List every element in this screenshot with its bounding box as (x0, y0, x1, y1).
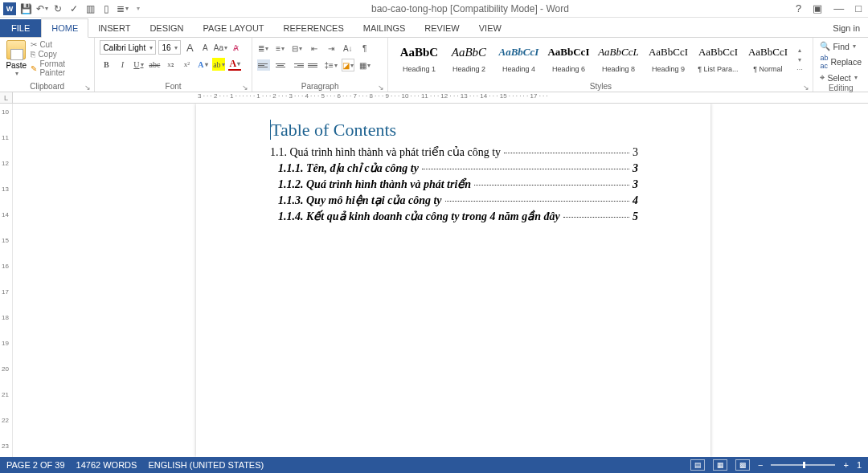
ruler-corner[interactable]: L (0, 92, 13, 103)
align-right-button[interactable] (291, 59, 304, 71)
font-launcher-icon[interactable]: ↘ (242, 84, 248, 92)
font-name-selector[interactable]: Calibri Light▾ (100, 40, 156, 55)
align-center-button[interactable] (274, 59, 287, 71)
select-button[interactable]: ⌖Select▾ (818, 71, 863, 84)
tab-page-layout[interactable]: PAGE LAYOUT (194, 19, 274, 37)
increase-indent-button[interactable]: ⇥ (325, 42, 338, 55)
style-heading8[interactable]: AaBbCcLHeading 8 (596, 42, 641, 73)
clear-formatting-button[interactable]: A̷ (229, 41, 242, 54)
tab-design[interactable]: DESIGN (140, 19, 193, 37)
paste-icon (6, 40, 26, 59)
strikethrough-button[interactable]: abc (148, 58, 161, 71)
redo-icon[interactable]: ↻ (51, 2, 64, 15)
paste-button[interactable]: Paste ▾ (5, 40, 27, 77)
decrease-indent-button[interactable]: ⇤ (308, 42, 321, 55)
copy-button[interactable]: ⎘Copy (31, 50, 89, 59)
tab-home[interactable]: HOME (41, 18, 88, 38)
document-area[interactable]: Table of Contents 1.1. Quá trình hình th… (13, 104, 868, 457)
minimize-icon[interactable]: — (833, 2, 844, 14)
justify-button[interactable] (308, 59, 321, 71)
sort-button[interactable]: A↓ (342, 42, 354, 55)
toc-title[interactable]: Table of Contents (270, 120, 638, 141)
toc-entry-5[interactable]: 1.1.4. Kết quả kinh doanh của công ty tr… (270, 210, 638, 223)
italic-button[interactable]: I (116, 58, 129, 71)
multilevel-button[interactable]: ⊟▾ (291, 42, 304, 55)
style-heading2[interactable]: AaBbCHeading 2 (446, 42, 491, 73)
numbering-button[interactable]: ≡▾ (274, 42, 287, 55)
vertical-ruler[interactable]: 10 11 12 13 14 15 16 17 18 19 20 21 22 2… (0, 104, 13, 457)
status-bar: PAGE 2 OF 39 14762 WORDS ENGLISH (UNITED… (0, 457, 868, 473)
style-heading1[interactable]: AaBbCHeading 1 (396, 42, 441, 73)
qat-customize-icon[interactable]: ▾ (132, 2, 145, 15)
shrink-font-button[interactable]: A (199, 41, 211, 54)
new-doc-icon[interactable]: ▯ (100, 2, 113, 15)
styles-launcher-icon[interactable]: ↘ (803, 84, 809, 92)
toc-entry-1[interactable]: 1.1. Quá trình hình thành và phát triển … (270, 145, 638, 159)
highlight-button[interactable]: ab▾ (212, 58, 225, 71)
zoom-out-button[interactable]: − (758, 460, 763, 470)
align-left-button[interactable] (257, 59, 270, 71)
bold-button[interactable]: B (100, 58, 113, 71)
tab-review[interactable]: REVIEW (415, 19, 469, 37)
replace-button[interactable]: abacReplace (818, 53, 863, 71)
style-heading4[interactable]: AaBbCcIHeading 4 (496, 42, 541, 73)
editing-group-label: Editing (829, 84, 854, 92)
styles-more-button[interactable]: ▴▾⋯ (795, 42, 805, 73)
status-lang[interactable]: ENGLISH (UNITED STATES) (148, 460, 264, 470)
font-color-button[interactable]: A▾ (228, 58, 241, 71)
grow-font-button[interactable]: A (183, 41, 196, 54)
tab-insert[interactable]: INSERT (88, 19, 140, 37)
bullets-button[interactable]: ≣▾ (257, 42, 270, 55)
replace-icon: abac (820, 54, 828, 70)
tab-mailings[interactable]: MAILINGS (354, 19, 416, 37)
restore-icon[interactable]: □ (855, 2, 862, 14)
styles-group-label: Styles (590, 82, 612, 91)
cut-button[interactable]: ✂Cut (31, 40, 89, 49)
save-icon[interactable]: 💾 (19, 2, 32, 15)
clipboard-group-label: Clipboard (30, 82, 64, 91)
tab-file[interactable]: FILE (0, 19, 41, 37)
signin-link[interactable]: Sign in (825, 19, 868, 37)
superscript-button[interactable]: x² (180, 58, 193, 71)
status-words[interactable]: 14762 WORDS (76, 460, 137, 470)
zoom-in-button[interactable]: + (843, 460, 848, 470)
shading-button[interactable]: ◪▾ (342, 59, 354, 71)
find-button[interactable]: 🔍Find▾ (818, 40, 863, 52)
style-list-para[interactable]: AaBbCcI¶ List Para... (695, 42, 740, 73)
qat-icon-2[interactable]: ▥ (84, 2, 96, 15)
borders-button[interactable]: ▦▾ (358, 59, 371, 71)
text-effects-button[interactable]: A▾ (196, 58, 209, 71)
help-icon[interactable]: ? (796, 2, 801, 14)
change-case-button[interactable]: Aa▾ (214, 41, 227, 54)
undo-icon[interactable]: ↶▾ (35, 2, 48, 15)
qat-icon-1[interactable]: ✓ (68, 2, 80, 15)
ribbon-display-icon[interactable]: ▣ (813, 2, 822, 14)
toc-entry-3[interactable]: 1.1.2. Quá trình hình thành và phát triể… (270, 177, 638, 191)
web-layout-button[interactable]: ▩ (735, 459, 750, 471)
show-marks-button[interactable]: ¶ (358, 42, 371, 55)
tab-view[interactable]: VIEW (469, 19, 511, 37)
toc-entry-4[interactable]: 1.1.3. Quy mô hiện tại của công ty4 (270, 194, 638, 207)
subscript-button[interactable]: x₂ (164, 58, 177, 71)
style-normal[interactable]: AaBbCcI¶ Normal (745, 42, 790, 73)
zoom-level[interactable]: 1 (857, 460, 862, 470)
font-size-selector[interactable]: 16▾ (158, 40, 181, 55)
toc-entry-2[interactable]: 1.1.1. Tên, địa chỉ của công ty3 (270, 161, 638, 175)
underline-button[interactable]: U▾ (132, 58, 145, 71)
horizontal-ruler[interactable]: 3 · · · 2 · · · 1 · · · · · · 1 · · · 2 … (13, 92, 868, 103)
window-title: bao-cao-tong-hop [Compatibility Mode] - … (145, 3, 796, 14)
line-spacing-button[interactable]: ‡≡▾ (325, 59, 338, 71)
tab-references[interactable]: REFERENCES (274, 19, 354, 37)
format-painter-button[interactable]: ✎Format Painter (31, 59, 89, 77)
paragraph-launcher-icon[interactable]: ↘ (378, 84, 384, 92)
read-mode-button[interactable]: ▤ (690, 459, 705, 471)
paragraph-group-label: Paragraph (301, 82, 339, 91)
clipboard-launcher-icon[interactable]: ↘ (84, 84, 91, 92)
print-layout-button[interactable]: ▦ (713, 459, 727, 471)
word-app-icon: W (3, 2, 16, 15)
status-page[interactable]: PAGE 2 OF 39 (6, 460, 65, 470)
style-heading6[interactable]: AaBbCcIHeading 6 (546, 42, 591, 73)
qat-list-icon[interactable]: ≣▾ (116, 2, 129, 15)
style-heading9[interactable]: AaBbCcIHeading 9 (645, 42, 690, 73)
zoom-slider[interactable] (771, 464, 835, 466)
